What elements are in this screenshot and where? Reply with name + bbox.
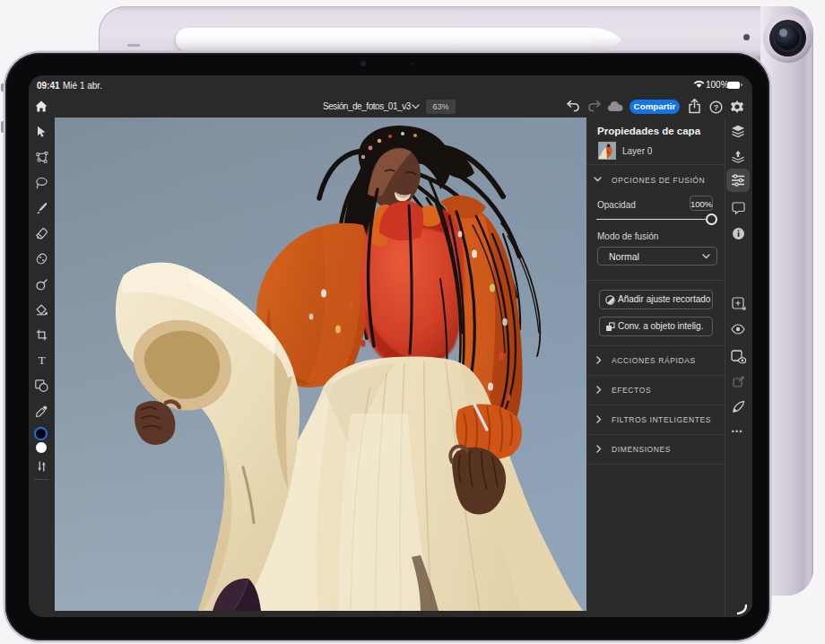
svg-text:?: ? [714,102,719,111]
